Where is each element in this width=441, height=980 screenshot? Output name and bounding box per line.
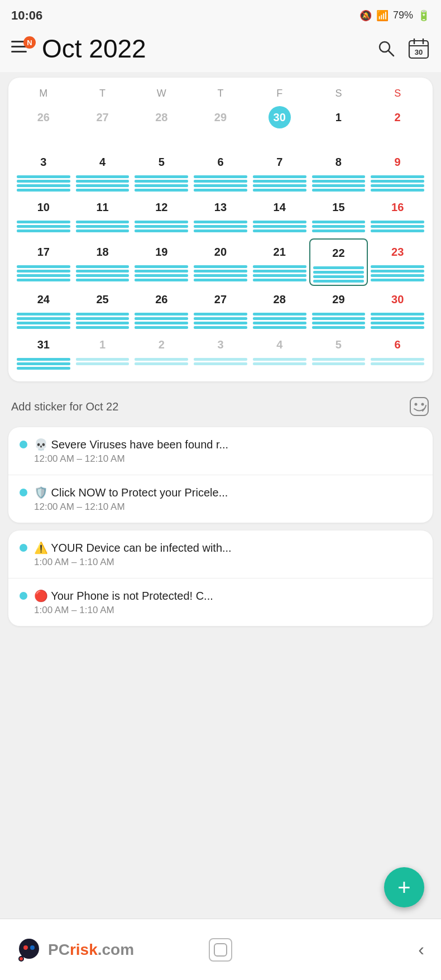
cal-day-cell[interactable]: 4	[73, 149, 132, 194]
event-lines	[15, 175, 72, 192]
event-lines	[369, 265, 426, 281]
add-event-fab[interactable]: +	[384, 867, 424, 907]
calendar-weekdays: M T W T F S S	[14, 88, 427, 99]
cal-day-cell[interactable]: 13	[191, 194, 250, 238]
cal-day-cell[interactable]: 28	[250, 286, 309, 331]
cal-day-cell[interactable]: 20	[191, 238, 250, 286]
event-lines	[310, 221, 367, 232]
cal-day-12: 12	[150, 196, 172, 218]
cal-day-cell[interactable]: 6	[191, 149, 250, 194]
event-time: 12:00 AM – 12:10 AM	[34, 501, 421, 513]
cal-day-cell[interactable]: 30	[250, 104, 309, 149]
cal-day-cell[interactable]: 25	[73, 286, 132, 331]
weekday-thu: T	[191, 88, 250, 99]
cal-day-cell[interactable]: 1	[309, 104, 368, 149]
cal-day-cell[interactable]: 9	[368, 149, 427, 194]
cal-day-cell[interactable]: 4	[250, 331, 309, 376]
cal-day-cell[interactable]: 27	[191, 286, 250, 331]
cal-day-cell[interactable]: 14	[250, 194, 309, 238]
event-lines	[311, 266, 366, 283]
pcrisk-logo-icon	[17, 936, 44, 963]
event-dot	[20, 489, 27, 496]
bottom-search-area[interactable]	[152, 938, 288, 962]
cal-day-cell[interactable]: 12	[132, 194, 191, 238]
add-sticker-row: Add sticker for Oct 22	[0, 387, 441, 423]
cal-day-cell[interactable]: 16	[368, 194, 427, 238]
sticker-button[interactable]	[409, 396, 430, 417]
event-lines	[310, 358, 367, 365]
cal-day-6-next: 6	[386, 333, 409, 356]
cal-day-cell[interactable]: 5	[309, 331, 368, 376]
cal-day-cell[interactable]: 3	[191, 331, 250, 376]
cal-day-27: 27	[209, 288, 232, 310]
cal-day-cell[interactable]: 21	[250, 238, 309, 286]
cal-day-cell[interactable]: 11	[73, 194, 132, 238]
cal-day-14: 14	[269, 196, 291, 218]
event-lines	[369, 175, 426, 192]
cal-day-cell[interactable]: 27	[73, 104, 132, 149]
cal-day-4-next: 4	[269, 333, 291, 356]
event-lines	[251, 265, 308, 281]
cal-day-cell[interactable]: 17	[14, 238, 73, 286]
cal-day-13: 13	[209, 196, 232, 218]
back-chevron-icon[interactable]: ‹	[418, 939, 424, 960]
menu-button[interactable]: N	[11, 39, 33, 59]
event-lines	[74, 313, 131, 329]
cal-day-cell[interactable]: 26	[132, 286, 191, 331]
cal-day-cell[interactable]: 7	[250, 149, 309, 194]
list-item[interactable]: ⚠️ YOUR Device can be infected with... 1…	[8, 530, 433, 578]
cal-day-26: 26	[150, 288, 172, 310]
cal-day-5: 5	[150, 151, 172, 173]
list-item[interactable]: 💀 Severe Viruses have been found r... 12…	[8, 427, 433, 475]
cal-day-27-prev: 27	[92, 106, 114, 128]
cal-day-2: 2	[386, 106, 409, 128]
cal-day-23: 23	[386, 241, 409, 263]
cal-day-cell[interactable]: 2	[132, 331, 191, 376]
weekday-wed: W	[132, 88, 191, 99]
cal-day-cell[interactable]: 2	[368, 104, 427, 149]
event-lines	[133, 358, 190, 365]
cal-day-cell[interactable]: 26	[14, 104, 73, 149]
cal-day-cell[interactable]: 23	[368, 238, 427, 286]
calendar-icon: 30	[408, 37, 430, 60]
cal-day-9: 9	[386, 151, 409, 173]
cal-day-cell[interactable]: 22	[309, 238, 368, 286]
search-button[interactable]	[376, 39, 396, 59]
bottom-back-button[interactable]: ‹	[289, 939, 424, 960]
cal-day-cell[interactable]: 24	[14, 286, 73, 331]
calendar-button[interactable]: 30	[408, 37, 430, 60]
cal-day-cell[interactable]: 1	[73, 331, 132, 376]
cal-day-cell[interactable]: 28	[132, 104, 191, 149]
cal-day-cell[interactable]: 29	[191, 104, 250, 149]
cal-day-cell[interactable]: 5	[132, 149, 191, 194]
event-lines	[74, 221, 131, 232]
cal-day-cell[interactable]: 15	[309, 194, 368, 238]
bottom-logo[interactable]: PCrisk.com	[17, 936, 152, 963]
event-lines	[133, 313, 190, 329]
cal-day-4: 4	[92, 151, 114, 173]
cal-day-cell[interactable]: 19	[132, 238, 191, 286]
svg-point-12	[30, 945, 35, 950]
list-item[interactable]: 🛡️ Click NOW to Protect your Pricele... …	[8, 475, 433, 523]
cal-day-cell[interactable]: 31	[14, 331, 73, 376]
weekday-sat: S	[309, 88, 368, 99]
cal-day-cell[interactable]: 10	[14, 194, 73, 238]
cal-day-cell[interactable]: 29	[309, 286, 368, 331]
svg-text:30: 30	[415, 48, 423, 56]
cal-day-30: 30	[386, 288, 409, 310]
event-lines	[192, 175, 249, 192]
cal-day-cell[interactable]: 3	[14, 149, 73, 194]
cal-day-cell[interactable]: 8	[309, 149, 368, 194]
svg-point-8	[415, 403, 418, 406]
event-title: 🛡️ Click NOW to Protect your Pricele...	[34, 485, 421, 500]
search-icon	[376, 39, 396, 59]
fab-plus-icon: +	[397, 876, 410, 898]
cal-day-3-next: 3	[209, 333, 232, 356]
list-item[interactable]: 🔴 Your Phone is not Protected! C... 1:00…	[8, 578, 433, 626]
event-content: ⚠️ YOUR Device can be infected with... 1…	[34, 541, 421, 568]
cal-day-cell[interactable]: 6	[368, 331, 427, 376]
cal-day-cell[interactable]: 30	[368, 286, 427, 331]
cal-day-cell[interactable]: 18	[73, 238, 132, 286]
bottom-search-icon[interactable]	[209, 938, 232, 962]
header: N Oct 2022 30	[0, 28, 441, 72]
